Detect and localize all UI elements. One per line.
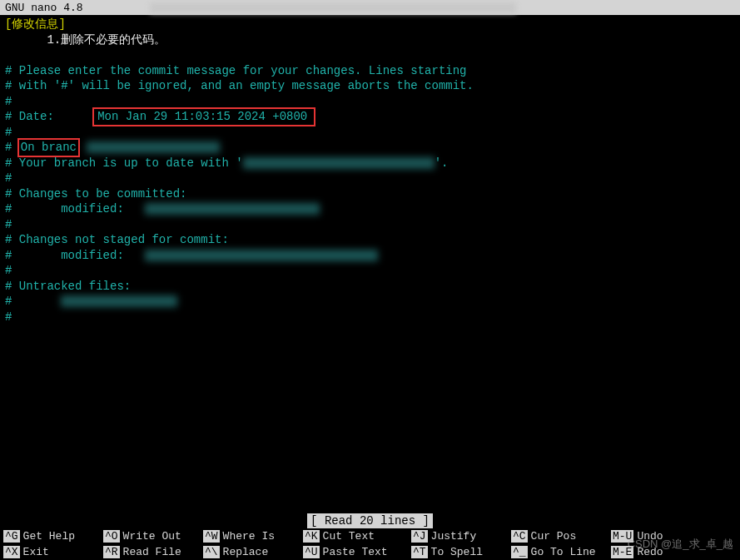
- censored-filename: [145, 203, 320, 215]
- help-key: ^G: [3, 530, 20, 543]
- date-line: # Date: Mon Jan 29 11:03:15 2024 +0800: [5, 109, 735, 125]
- date-label: # Date:: [5, 109, 96, 125]
- status-bar: [ Read 20 lines ]: [0, 513, 740, 528]
- comment-line: #: [5, 217, 735, 233]
- modified-prefix: # modified:: [5, 248, 145, 264]
- branch-status-text: # Your branch is up to date with ': [5, 156, 243, 171]
- help-label: Paste Text: [323, 546, 388, 558]
- modified-prefix: # modified:: [5, 201, 145, 217]
- help-item[interactable]: ^_Go To Line: [511, 546, 611, 558]
- blank-line: [5, 47, 735, 63]
- app-name: GNU nano 4.8: [5, 2, 83, 14]
- comment-line: #: [5, 125, 735, 141]
- help-item[interactable]: ^GGet Help: [3, 530, 103, 543]
- help-item[interactable]: ^KCut Text: [303, 530, 411, 543]
- help-key: ^K: [303, 530, 320, 543]
- comment-line: # with '#' will be ignored, and an empty…: [5, 78, 735, 94]
- help-label: Go To Line: [531, 546, 596, 558]
- help-key: ^R: [103, 546, 120, 558]
- comment-line: #: [5, 310, 735, 325]
- help-key: ^J: [411, 530, 428, 543]
- help-label: Justify: [431, 530, 477, 543]
- help-key: ^X: [3, 546, 20, 558]
- changes-not-staged-line: # Changes not staged for commit:: [5, 232, 735, 248]
- help-label: Cut Text: [323, 530, 375, 543]
- branch-highlight-box: On branc: [17, 138, 80, 157]
- branch-status-line: # Your branch is up to date with ''.: [5, 156, 735, 171]
- blank: [80, 140, 87, 156]
- help-label: Where Is: [223, 530, 275, 543]
- comment-line: # Please enter the commit message for yo…: [5, 63, 735, 79]
- censored-filename: [61, 295, 177, 307]
- content-line-1: 1.删除不必要的代码。: [5, 32, 735, 48]
- help-key: ^T: [411, 546, 428, 558]
- help-item[interactable]: ^XExit: [3, 546, 103, 558]
- status-text: [ Read 20 lines ]: [307, 513, 433, 528]
- censored-remote-name: [243, 157, 435, 169]
- untracked-line: # Untracked files:: [5, 279, 735, 295]
- modified-line: # modified:: [5, 201, 735, 217]
- comment-line: #: [5, 263, 735, 279]
- editor-area[interactable]: [修改信息] 1.删除不必要的代码。 # Please enter the co…: [0, 15, 740, 326]
- comment-line: #: [5, 171, 735, 186]
- title-bar-filename-censored: [150, 2, 516, 13]
- watermark: CSDN @追_求_卓_越: [628, 537, 733, 552]
- help-key: ^W: [203, 530, 220, 543]
- help-key: ^O: [103, 530, 120, 543]
- help-label: Write Out: [123, 530, 181, 543]
- help-item[interactable]: ^CCur Pos: [511, 530, 611, 543]
- header-line: [修改信息]: [5, 17, 735, 32]
- help-label: Exit: [23, 546, 49, 558]
- help-label: Cur Pos: [531, 530, 577, 543]
- branch-suffix: '.: [435, 156, 449, 171]
- help-item[interactable]: ^WWhere Is: [203, 530, 303, 543]
- branch-line: # On branc: [5, 140, 735, 156]
- untracked-prefix: #: [5, 294, 61, 310]
- untracked-file-line: #: [5, 294, 735, 310]
- help-item[interactable]: ^\Replace: [203, 546, 303, 558]
- help-item[interactable]: ^RRead File: [103, 546, 203, 558]
- help-label: Read File: [123, 546, 181, 558]
- help-key: ^C: [511, 530, 528, 543]
- censored-branch-name: [87, 141, 220, 153]
- changes-commit-line: # Changes to be committed:: [5, 186, 735, 202]
- help-label: Replace: [223, 546, 269, 558]
- date-highlight-box: Mon Jan 29 11:03:15 2024 +0800: [92, 107, 315, 126]
- help-item[interactable]: ^TTo Spell: [411, 546, 511, 558]
- censored-filename: [145, 250, 378, 261]
- help-key: ^\: [203, 546, 220, 558]
- help-label: Get Help: [23, 530, 75, 543]
- title-bar: GNU nano 4.8: [0, 0, 740, 15]
- modified-line: # modified:: [5, 248, 735, 264]
- help-item[interactable]: ^JJustify: [411, 530, 511, 543]
- help-key: ^_: [511, 546, 528, 558]
- help-item[interactable]: ^OWrite Out: [103, 530, 203, 543]
- help-key: ^U: [303, 546, 320, 558]
- help-label: To Spell: [431, 546, 483, 558]
- help-item[interactable]: ^UPaste Text: [303, 546, 411, 558]
